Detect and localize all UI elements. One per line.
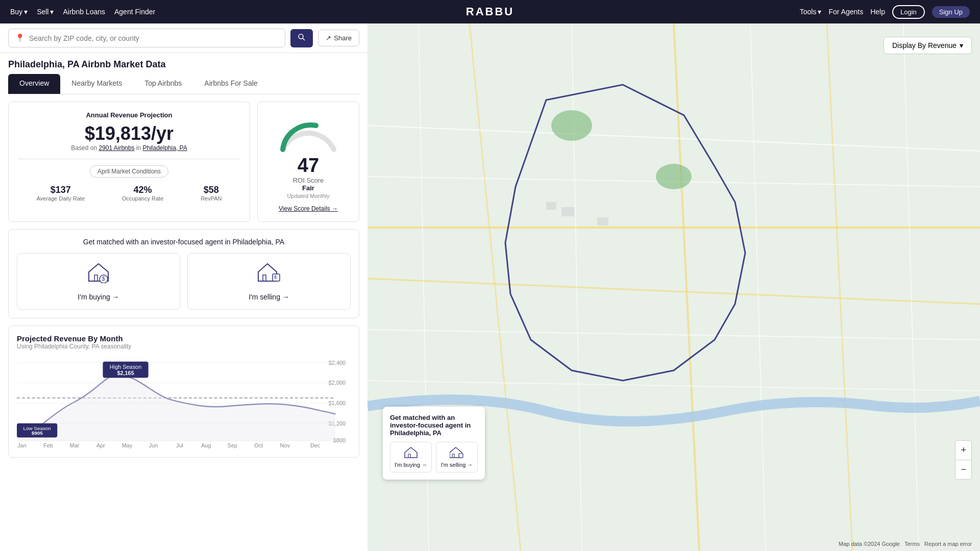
map-zoom-controls: + − <box>955 440 972 480</box>
svg-text:Jun: Jun <box>149 442 158 448</box>
map-agent-btns: I'm buying → I'm selling → <box>390 442 478 472</box>
nav-left: Buy ▾ Sell ▾ Airbnb Loans Agent Finder <box>10 8 155 16</box>
zoom-in-button[interactable]: + <box>955 441 971 460</box>
map-buy-house-icon <box>404 446 418 459</box>
chart-area: $2,400 $2,000 $1,600 $1,200 $800 <box>17 357 351 449</box>
svg-text:Dec: Dec <box>310 442 321 448</box>
svg-text:$: $ <box>102 276 105 282</box>
share-icon: ↗ <box>326 34 331 42</box>
revpan-value: $58 <box>201 185 222 195</box>
zoom-out-button[interactable]: − <box>955 460 971 479</box>
svg-text:High Season: High Season <box>110 364 141 370</box>
nav-sell[interactable]: Sell ▾ <box>37 8 54 16</box>
annual-revenue-card: Annual Revenue Projection $19,813/yr Bas… <box>8 102 250 222</box>
nav-airbnb-loans[interactable]: Airbnb Loans <box>63 8 105 16</box>
chevron-down-icon: ▾ <box>50 8 54 16</box>
airbnb-count-link[interactable]: 2901 Airbnbs <box>99 144 134 152</box>
gauge-svg <box>275 111 341 152</box>
signup-button[interactable]: Sign Up <box>932 6 970 18</box>
svg-text:Jul: Jul <box>176 442 183 448</box>
nav-help[interactable]: Help <box>870 8 885 16</box>
chart-svg: $2,400 $2,000 $1,600 $1,200 $800 <box>17 357 351 449</box>
view-score-details-link[interactable]: View Score Details → <box>279 205 338 212</box>
market-conditions-badge: April Market Conditions <box>90 165 168 178</box>
agent-match-section: Get matched with an investor-focused age… <box>8 229 359 318</box>
map-agent-card: Get matched with an investor-focused age… <box>383 407 485 480</box>
tab-nearby-markets[interactable]: Nearby Markets <box>60 74 133 94</box>
map-buying-button[interactable]: I'm buying → <box>390 442 432 472</box>
roi-score-number: 47 <box>298 155 319 177</box>
svg-text:May: May <box>122 442 133 448</box>
top-navigation: Buy ▾ Sell ▾ Airbnb Loans Agent Finder R… <box>0 0 980 23</box>
stats-section: Annual Revenue Projection $19,813/yr Bas… <box>0 94 368 229</box>
svg-text:Oct: Oct <box>254 442 263 448</box>
occ-value: 42% <box>122 185 163 195</box>
chart-title: Projected Revenue By Month <box>17 334 351 343</box>
annual-revenue-value: $19,813/yr <box>18 123 240 144</box>
chevron-down-icon: ▾ <box>24 8 28 16</box>
svg-point-50 <box>656 164 692 189</box>
left-panel: 📍 ↗ Share Philadelphia, PA Airbnb Market… <box>0 23 368 551</box>
buying-label: I'm buying → <box>78 293 119 301</box>
divider <box>18 159 240 159</box>
location-link[interactable]: Philadelphia, PA <box>142 144 187 152</box>
annual-revenue-sub: Based on 2901 Airbnbs in Philadelphia, P… <box>18 144 240 152</box>
map-agent-card-title: Get matched with an investor-focused age… <box>390 414 478 437</box>
roi-score-label: ROI Score <box>293 177 324 184</box>
occupancy-rate: 42% Occupancy Rate <box>122 185 163 202</box>
page-title: Philadelphia, PA Airbnb Market Data <box>0 53 368 74</box>
login-button[interactable]: Login <box>892 5 925 19</box>
nav-for-agents[interactable]: For Agents <box>828 8 863 16</box>
agent-options: $ I'm buying → $ I <box>17 253 351 310</box>
nav-agent-finder[interactable]: Agent Finder <box>114 8 155 16</box>
annual-revenue-label: Annual Revenue Projection <box>18 111 240 119</box>
revpan-label: RevPAN <box>201 195 222 202</box>
roi-updated: Updated Monthly <box>287 193 329 199</box>
search-input[interactable] <box>29 34 279 42</box>
svg-text:Aug: Aug <box>201 442 211 448</box>
svg-text:Nov: Nov <box>280 442 290 448</box>
tab-top-airbnbs[interactable]: Top Airbnbs <box>133 74 193 94</box>
adr-label: Average Daily Rate <box>36 195 85 202</box>
svg-text:Sep: Sep <box>227 442 237 448</box>
average-daily-rate: $137 Average Daily Rate <box>36 185 85 202</box>
svg-point-0 <box>299 34 303 39</box>
nav-tools[interactable]: Tools ▾ <box>800 8 822 16</box>
share-button[interactable]: ↗ Share <box>318 30 359 46</box>
chevron-down-icon: ▾ <box>960 41 963 49</box>
chevron-down-icon: ▾ <box>818 8 821 16</box>
svg-rect-54 <box>459 454 463 458</box>
svg-text:Jan: Jan <box>17 442 27 448</box>
google-credit: Map data ©2024 Google Terms Report a map… <box>839 541 972 547</box>
svg-text:$905: $905 <box>32 430 43 436</box>
search-button[interactable] <box>290 29 313 47</box>
market-conditions-wrap: April Market Conditions <box>18 165 240 185</box>
search-input-wrap[interactable]: 📍 <box>8 29 285 47</box>
mini-stats: $137 Average Daily Rate 42% Occupancy Ra… <box>18 185 240 202</box>
roi-score-quality: Fair <box>302 184 314 192</box>
display-by-revenue-button[interactable]: Display By Revenue ▾ <box>884 37 972 54</box>
buying-option[interactable]: $ I'm buying → <box>17 253 180 310</box>
map-selling-button[interactable]: I'm selling → <box>436 442 478 472</box>
tab-bar: Overview Nearby Markets Top Airbnbs Airb… <box>8 74 359 94</box>
svg-rect-53 <box>597 217 608 226</box>
map-sell-house-icon <box>450 446 464 459</box>
occ-label: Occupancy Rate <box>122 195 163 202</box>
svg-text:$2,165: $2,165 <box>117 370 134 376</box>
selling-option[interactable]: $ I'm selling → <box>187 253 351 310</box>
nav-buy[interactable]: Buy ▾ <box>10 8 28 16</box>
display-by-label: Display By Revenue <box>892 41 957 49</box>
search-icon <box>298 33 306 41</box>
site-logo: RABBU <box>466 5 514 18</box>
tab-overview[interactable]: Overview <box>8 74 60 94</box>
svg-rect-52 <box>561 207 574 216</box>
nav-right: Tools ▾ For Agents Help Login Sign Up <box>800 5 970 19</box>
agent-match-title: Get matched with an investor-focused age… <box>17 238 351 246</box>
svg-text:Apr: Apr <box>96 442 105 448</box>
revpan: $58 RevPAN <box>201 185 222 202</box>
house-sell-icon: $ <box>256 262 282 288</box>
main-layout: 📍 ↗ Share Philadelphia, PA Airbnb Market… <box>0 23 980 551</box>
svg-line-1 <box>303 38 305 40</box>
selling-label: I'm selling → <box>249 293 289 301</box>
tab-airbnbs-for-sale[interactable]: Airbnbs For Sale <box>193 74 268 94</box>
